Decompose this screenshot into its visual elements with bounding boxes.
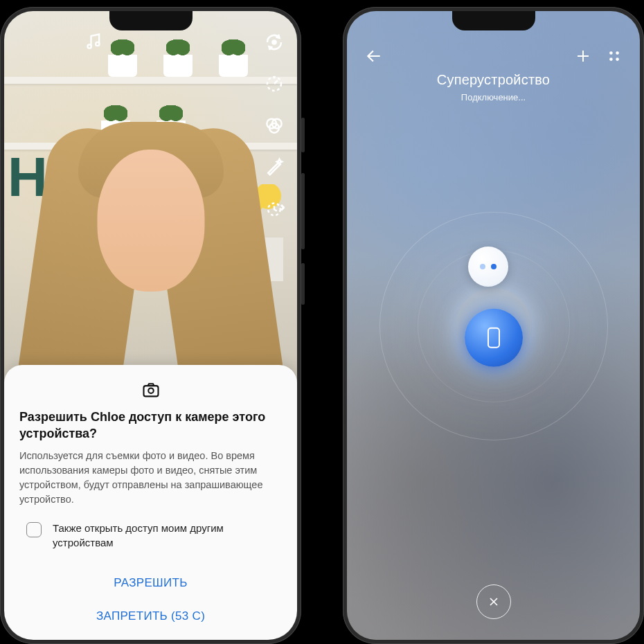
svg-point-13 [616,57,619,61]
device-radar [379,212,608,440]
magic-wand-icon [264,156,285,177]
speed-icon [264,73,285,94]
checkbox-label: Также открыть доступ моим другим устройс… [53,521,279,550]
phone-right: Суперустройство Подключение... [343,7,644,644]
arrow-left-icon [365,47,383,65]
permission-dialog: Разрешить Chloe доступ к камере этого ус… [4,365,297,640]
color-filter-icon [264,115,285,136]
svg-point-12 [609,57,613,61]
svg-point-1 [96,42,99,46]
allow-button[interactable]: РАЗРЕШИТЬ [19,566,282,600]
connection-status: Подключение... [347,92,640,102]
device-primary-phone[interactable] [465,309,523,367]
filter-button[interactable] [264,115,285,138]
svg-point-11 [616,51,619,55]
hw-button [301,263,305,305]
page-title: Суперустройство [347,72,640,88]
speed-button[interactable] [264,73,285,97]
phone-left: H M [0,7,301,644]
device-earbuds[interactable] [468,247,508,287]
add-device-button[interactable] [575,48,591,67]
effects-button[interactable] [264,156,285,180]
more-grid-icon [607,48,622,64]
svg-point-10 [609,51,613,55]
share-other-devices-row[interactable]: Также открыть доступ моим другим устройс… [26,521,279,550]
hw-button [301,118,305,152]
super-device-header: Суперустройство Подключение... [347,47,640,102]
checkbox[interactable] [26,522,42,537]
camera-icon [19,380,282,400]
close-icon [487,595,501,609]
earbuds-icon [480,264,497,269]
phone-notch [452,11,535,30]
svg-point-9 [148,388,153,393]
hw-button [301,173,305,249]
phone-notch [109,11,193,30]
timer-button[interactable] [264,198,285,222]
phone-icon [488,328,500,348]
camera-toolbar [264,32,285,222]
dialog-title: Разрешить Chloe доступ к камере этого ус… [19,409,282,442]
more-button[interactable] [607,48,622,66]
deny-button[interactable]: ЗАПРЕТИТЬ (53 С) [19,600,282,633]
refresh-button[interactable] [264,32,285,55]
dialog-body: Используется для съемки фото и видео. Во… [19,449,282,507]
svg-point-0 [87,44,91,48]
refresh-icon [264,32,285,53]
music-button[interactable] [84,32,103,54]
svg-point-2 [271,39,277,45]
music-note-icon [84,32,103,51]
close-button[interactable] [476,584,511,619]
back-button[interactable] [365,47,383,68]
plus-icon [575,48,591,64]
timer-icon [264,198,285,219]
